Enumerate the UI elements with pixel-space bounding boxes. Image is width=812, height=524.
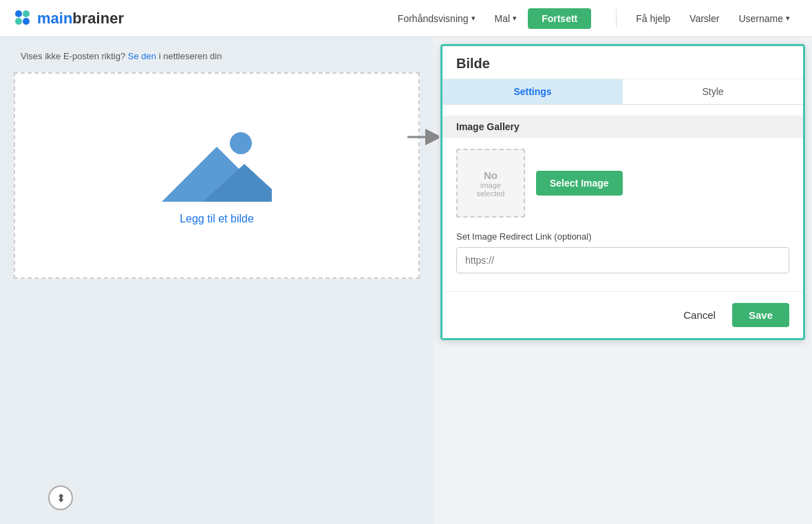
navbar-center: Forhåndsvisning ▾ Mal ▾ Fortsett: [389, 8, 591, 29]
cancel-button[interactable]: Cancel: [675, 304, 724, 326]
scroll-button[interactable]: ⬍: [48, 485, 73, 510]
no-image-text2: image: [480, 181, 501, 189]
section-image-gallery: Image Gallery: [442, 116, 803, 138]
notifications-button[interactable]: Varsler: [681, 9, 727, 28]
help-button[interactable]: Få hjelp: [628, 9, 679, 28]
fortsett-button[interactable]: Fortsett: [528, 8, 591, 29]
redirect-label: Set Image Redirect Link (optional): [456, 231, 789, 242]
panel-tabs: Settings Style: [442, 79, 803, 105]
svg-point-2: [15, 18, 22, 25]
no-image-box: No image selected: [456, 149, 525, 218]
logo-icon: [14, 9, 33, 28]
image-placeholder: Legg til et bilde: [148, 112, 286, 239]
right-panel: Bilde Settings Style Image Gallery No im…: [440, 44, 805, 340]
logo-text: mainbrainer: [37, 10, 124, 28]
chevron-down-icon: ▾: [471, 14, 476, 23]
navbar-right: Få hjelp Varsler Username ▾: [616, 9, 798, 28]
svg-point-4: [230, 132, 252, 154]
scroll-icon: ⬍: [56, 492, 65, 505]
svg-point-3: [23, 18, 30, 25]
no-image-text1: No: [484, 169, 498, 181]
svg-point-1: [23, 10, 30, 17]
email-canvas: Legg til et bilde: [14, 72, 420, 279]
preview-button[interactable]: Forhåndsvisning ▾: [389, 9, 484, 28]
panel-body: Image Gallery No image selected Select I…: [442, 105, 803, 291]
editor-area: Vises ikke E-posten riktig? Se den i net…: [0, 37, 434, 524]
select-image-button[interactable]: Select Image: [536, 171, 623, 196]
tab-settings[interactable]: Settings: [442, 79, 623, 104]
panel-footer: Cancel Save: [442, 291, 803, 338]
mal-button[interactable]: Mal ▾: [487, 9, 526, 28]
main-area: Vises ikke E-posten riktig? Se den i net…: [0, 37, 812, 524]
mountain-illustration: [162, 126, 272, 202]
svg-point-0: [15, 10, 22, 17]
redirect-input[interactable]: [456, 247, 789, 273]
no-image-text3: selected: [477, 189, 505, 198]
add-image-link[interactable]: Legg til et bilde: [180, 213, 254, 225]
panel-title: Bilde: [456, 56, 490, 71]
see-in-browser-link[interactable]: Se den: [128, 51, 156, 61]
tab-style[interactable]: Style: [623, 79, 803, 104]
arrow-indicator: [406, 127, 440, 147]
chevron-down-icon: ▾: [513, 14, 517, 23]
arrow-icon: [406, 127, 439, 147]
username-button[interactable]: Username ▾: [730, 9, 798, 28]
panel-header: Bilde: [442, 46, 803, 79]
save-button[interactable]: Save: [732, 303, 789, 327]
logo: mainbrainer: [14, 9, 124, 28]
navbar: mainbrainer Forhåndsvisning ▾ Mal ▾ Fort…: [0, 0, 812, 37]
editor-notice: Vises ikke E-posten riktig? Se den i net…: [14, 51, 222, 61]
chevron-down-icon: ▾: [786, 14, 790, 23]
image-gallery-row: No image selected Select Image: [456, 149, 789, 218]
